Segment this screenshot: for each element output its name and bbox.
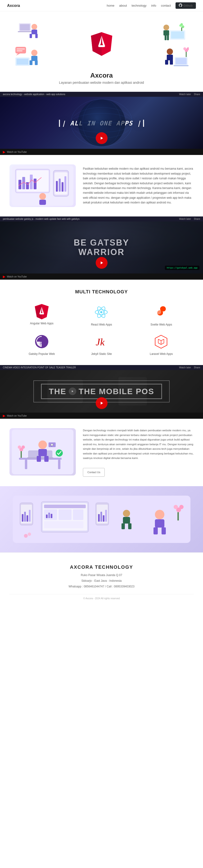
play-button-2[interactable]: [96, 257, 108, 269]
svg-point-127: [155, 510, 165, 519]
svg-rect-130: [162, 527, 166, 534]
video-section-2: pembuatan website gatsby js - modern web…: [0, 216, 203, 280]
share-1[interactable]: Share: [194, 93, 200, 96]
svg-point-99: [22, 445, 25, 449]
tech-item-react: React Web Apps: [74, 304, 129, 326]
footer-address-2: Sidoarjo - East Java - Indonesia: [9, 578, 194, 584]
svg-rect-83: [47, 379, 83, 403]
navbar-links: home about technology info contact Githu…: [107, 2, 196, 9]
svg-rect-6: [35, 34, 38, 38]
svg-rect-15: [17, 49, 25, 50]
svg-rect-90: [58, 460, 60, 469]
share-3[interactable]: Share: [194, 366, 200, 369]
contact-us-button[interactable]: Contact Us: [83, 468, 105, 477]
svg-rect-89: [25, 460, 27, 469]
angular-logo-hero: [90, 31, 113, 57]
navbar-brand: Axcora: [7, 4, 20, 8]
svg-rect-129: [153, 527, 158, 534]
tech-section: MULTI TECHNOLOGY Angular Web Apps: [0, 280, 203, 365]
svg-rect-84: [118, 377, 147, 405]
gatsby-svg: [34, 334, 50, 349]
svg-rect-23: [171, 31, 184, 38]
youtube-label-2[interactable]: Watch on YouTube: [7, 275, 27, 278]
svg-rect-25: [164, 30, 169, 35]
footer: AXCORA TECHNOLOGY Ruko Pasar Wisata Juan…: [0, 552, 203, 607]
github-icon: [179, 4, 182, 7]
svg-rect-100: [21, 451, 22, 458]
share-2[interactable]: Share: [194, 218, 200, 220]
svg-rect-37: [176, 58, 187, 64]
svg-point-133: [179, 505, 183, 509]
play-button-1[interactable]: [96, 132, 108, 144]
nav-home[interactable]: home: [107, 4, 114, 7]
watch-later-1[interactable]: Watch later: [179, 93, 191, 96]
svg-rect-125: [103, 515, 105, 522]
svg-rect-64: [39, 200, 46, 205]
hero-illustrations: [14, 21, 189, 67]
svg-rect-33: [167, 55, 173, 60]
tech-label-jekyll: Jekyll Static Site: [91, 352, 112, 355]
tech-label-angular: Angular Web Apps: [30, 322, 54, 325]
svg-rect-1: [20, 24, 30, 31]
video-bottom-bar-2: ▶ Watch on YouTube: [0, 274, 203, 280]
svg-rect-124: [100, 512, 102, 522]
watch-later-2[interactable]: Watch later: [179, 218, 191, 220]
svg-rect-118: [46, 515, 48, 518]
svg-point-140: [28, 532, 31, 536]
svg-rect-35: [170, 60, 173, 65]
svg-point-101: [56, 450, 63, 457]
svg-rect-137: [121, 523, 125, 529]
tech-label-laravel: Laravel Web Apps: [150, 352, 173, 355]
video-section-1: axcora technology - website application …: [0, 92, 203, 155]
illustration-person-1: [17, 21, 40, 42]
tech-grid: Angular Web Apps React Web Apps: [14, 304, 189, 355]
hero-section: Axcora Layanan pembuatan website modern …: [0, 11, 203, 92]
youtube-label-3[interactable]: Watch on YouTube: [7, 414, 27, 417]
svg-rect-21: [98, 45, 105, 47]
video-main-2[interactable]: BE GATSBY WARRIOR https://gatsbywl.web.a…: [0, 221, 203, 274]
svg-rect-119: [48, 513, 50, 518]
youtube-icon-3: ▶: [3, 414, 5, 417]
svg-point-98: [18, 445, 21, 449]
nav-about[interactable]: about: [119, 4, 127, 7]
person-illustration-2: 💬: [12, 429, 74, 474]
footer-illustration-svg: [13, 496, 191, 543]
laravel-svg: [153, 334, 169, 349]
svg-point-3: [31, 24, 37, 30]
nav-technology[interactable]: technology: [132, 4, 147, 7]
footer-title: AXCORA TECHNOLOGY: [9, 564, 194, 570]
svg-rect-108: [24, 512, 26, 522]
video-main-3[interactable]: THE THE MOBILE POS: [0, 370, 203, 412]
svg-rect-42: [186, 52, 187, 57]
svg-rect-109: [27, 515, 28, 522]
footer-illustration-section: [0, 486, 203, 552]
video-bar-title-1: axcora technology - website application …: [3, 93, 65, 96]
svg-rect-62: [64, 176, 66, 192]
github-button[interactable]: Github: [176, 2, 196, 9]
svg-rect-60: [59, 179, 61, 192]
video-main-1[interactable]: | ALL IN ONE APPS |: [0, 97, 203, 149]
video-bar-actions-3: Watch later Share: [179, 366, 200, 369]
video-bar-1: axcora technology - website application …: [0, 92, 203, 97]
svg-marker-14: [16, 54, 20, 56]
desc-text-2: Dengan technology modern menjadi lebih b…: [83, 428, 194, 477]
svg-rect-12: [35, 60, 38, 65]
svg-rect-34: [165, 60, 168, 65]
footer-address-1: Ruko Pasar Wisata Juanda Q.07: [9, 572, 194, 578]
nav-contact[interactable]: contact: [161, 4, 171, 7]
svg-marker-66: [101, 261, 103, 264]
desc-text-2-content: Dengan technology modern menjadi lebih b…: [83, 429, 194, 459]
svg-rect-31: [181, 27, 182, 31]
tech-item-laravel: Laravel Web Apps: [134, 333, 189, 355]
svg-rect-61: [62, 182, 63, 192]
nav-info[interactable]: info: [151, 4, 156, 7]
video-bar-title-2: pembuatan website gatsby js - modern web…: [3, 218, 80, 220]
play-button-3[interactable]: [96, 397, 108, 409]
youtube-label-1[interactable]: Watch on YouTube: [7, 151, 27, 153]
svg-point-72: [100, 311, 102, 313]
tech-item-jekyll: Jk Jekyll Static Site: [74, 333, 129, 355]
svg-rect-95: [37, 456, 41, 462]
svg-point-93: [38, 440, 47, 449]
watch-later-3[interactable]: Watch later: [179, 366, 191, 369]
svg-rect-123: [98, 514, 100, 522]
